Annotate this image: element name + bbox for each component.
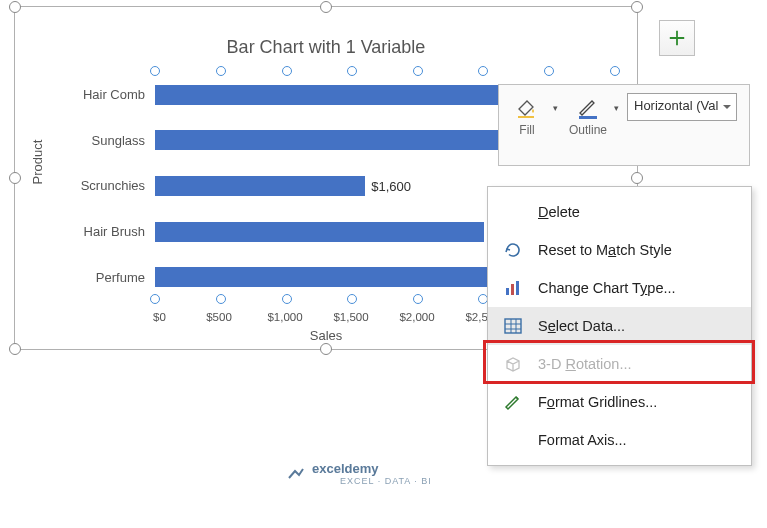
svg-rect-3	[511, 284, 514, 295]
menu-item-label: Delete	[538, 204, 737, 220]
resize-handle[interactable]	[631, 172, 643, 184]
bar[interactable]: $1,600	[155, 176, 365, 196]
resize-handle[interactable]	[631, 1, 643, 13]
category-label: Scrunchies	[65, 178, 155, 193]
fill-button[interactable]: Fill	[505, 93, 549, 137]
category-label: Perfume	[65, 270, 155, 285]
plot-selection-handle[interactable]	[282, 66, 292, 76]
plus-icon	[668, 29, 686, 47]
mini-toolbar: Fill ▾ Outline ▾ Horizontal (Val	[498, 84, 750, 166]
resize-handle[interactable]	[9, 172, 21, 184]
outline-button[interactable]: Outline	[566, 93, 610, 137]
plot-selection-handle[interactable]	[216, 66, 226, 76]
menu-item-label: Select Data...	[538, 318, 737, 334]
menu-item-label: 3-D Rotation...	[538, 356, 737, 372]
bar[interactable]: $2,900	[155, 85, 536, 105]
outline-label: Outline	[569, 123, 607, 137]
watermark-brand: exceldemy	[312, 461, 432, 476]
menu-item-gridlines[interactable]: Format Gridlines...	[488, 383, 751, 421]
axis-selector-dropdown[interactable]: Horizontal (Val	[627, 93, 737, 121]
chart-title[interactable]: Bar Chart with 1 Variable	[15, 37, 637, 58]
logo-icon	[286, 464, 306, 484]
plot-selection-handle[interactable]	[347, 294, 357, 304]
cube-icon	[502, 353, 524, 375]
resize-handle[interactable]	[320, 343, 332, 355]
menu-item-label: Format Gridlines...	[538, 394, 737, 410]
svg-rect-1	[579, 116, 597, 119]
menu-item-reset[interactable]: Reset to Match Style	[488, 231, 751, 269]
watermark: exceldemy EXCEL · DATA · BI	[286, 461, 432, 486]
bar[interactable]: $2,500	[155, 222, 484, 242]
pen-outline-icon	[574, 93, 602, 121]
plot-selection-handle[interactable]	[413, 66, 423, 76]
menu-item-rotation: 3-D Rotation...	[488, 345, 751, 383]
plot-selection-handle[interactable]	[216, 294, 226, 304]
menu-item-change_type[interactable]: Change Chart Type...	[488, 269, 751, 307]
svg-rect-0	[518, 116, 534, 118]
plot-selection-handle[interactable]	[413, 294, 423, 304]
menu-item-delete[interactable]: Delete	[488, 193, 751, 231]
menu-item-axis[interactable]: Format Axis...	[488, 421, 751, 459]
resize-handle[interactable]	[9, 343, 21, 355]
category-label: Sunglass	[65, 133, 155, 148]
bar-value-label: $1,600	[365, 178, 411, 193]
plot-selection-handle[interactable]	[150, 294, 160, 304]
reset-icon	[502, 239, 524, 261]
chart-elements-button[interactable]	[659, 20, 695, 56]
resize-handle[interactable]	[9, 1, 21, 13]
chevron-down-icon[interactable]: ▾	[614, 103, 619, 113]
menu-item-label: Format Axis...	[538, 432, 737, 448]
category-label: Hair Brush	[65, 224, 155, 239]
plot-selection-handle[interactable]	[150, 66, 160, 76]
paint-bucket-icon	[513, 93, 541, 121]
context-menu: DeleteReset to Match StyleChange Chart T…	[487, 186, 752, 466]
blank-icon	[502, 201, 524, 223]
watermark-tagline: EXCEL · DATA · BI	[340, 476, 432, 486]
chart-icon	[502, 277, 524, 299]
menu-item-label: Change Chart Type...	[538, 280, 737, 296]
svg-rect-5	[505, 319, 521, 333]
menu-item-select_data[interactable]: Select Data...	[488, 307, 751, 345]
dropdown-value: Horizontal (Val	[634, 98, 718, 113]
blank-icon	[502, 429, 524, 451]
category-label: Hair Comb	[65, 87, 155, 102]
plot-selection-handle[interactable]	[282, 294, 292, 304]
pen-icon	[502, 391, 524, 413]
chevron-down-icon[interactable]: ▾	[553, 103, 558, 113]
svg-rect-4	[516, 281, 519, 295]
svg-rect-2	[506, 288, 509, 295]
y-axis-label[interactable]: Product	[30, 140, 45, 185]
fill-label: Fill	[519, 123, 534, 137]
resize-handle[interactable]	[320, 1, 332, 13]
plot-selection-handle[interactable]	[610, 66, 620, 76]
menu-item-label: Reset to Match Style	[538, 242, 737, 258]
table-icon	[502, 315, 524, 337]
